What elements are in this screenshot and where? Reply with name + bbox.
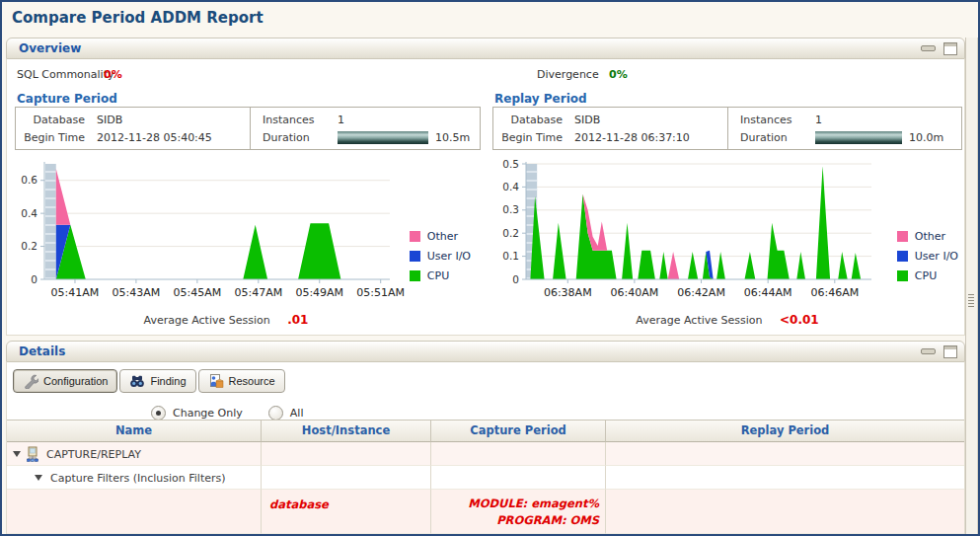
replay-cell (606, 490, 964, 534)
capture-activity-chart: 00.20.40.605:41AM05:43AM05:45AM05:47AM05… (9, 158, 473, 308)
tree-item-capture-filters: Capture Filters (Inclusion Filters) (50, 472, 226, 485)
column-header-name: Name (7, 421, 262, 442)
capture-database-label: Database (22, 114, 85, 126)
svg-text:05:41AM: 05:41AM (51, 286, 100, 299)
series-cpu (56, 223, 390, 279)
replay-avg-session-label: Average Active Session (636, 314, 762, 327)
svg-text:05:43AM: 05:43AM (113, 286, 161, 299)
capture-instances-value: 1 (338, 114, 344, 126)
host-cell (262, 442, 431, 466)
replay-period-heading: Replay Period (494, 92, 587, 106)
replay-database-value: SIDB (574, 114, 600, 126)
sql-commonality-label: SQL Commonality (17, 68, 113, 81)
replay-instances-label: Instances (740, 114, 803, 126)
series-user_io (56, 223, 390, 279)
details-title: Details (19, 345, 65, 358)
restore-icon[interactable] (943, 42, 957, 55)
all-radio[interactable] (268, 406, 283, 421)
details-section: Details Configuration (6, 341, 965, 534)
replay-period-info-box: Database SIDB Begin Time 2012-11-28 06:3… (492, 107, 962, 150)
legend-label-other: Other (427, 230, 458, 243)
legend-swatch-other (897, 231, 908, 242)
replay-begin-time-value: 2012-11-28 06:37:10 (574, 131, 690, 144)
svg-text:0.2: 0.2 (21, 240, 38, 252)
svg-text:06:42AM: 06:42AM (677, 286, 725, 299)
legend-item-user_io: User I/O (410, 250, 471, 263)
replay-instance-cell: Instances 1 Duration 10.0m (728, 108, 961, 149)
tab-resource-label: Resource (229, 375, 275, 387)
svg-text:0: 0 (512, 273, 519, 285)
capture-duration-bar (338, 131, 428, 144)
filter-module-value: MODULE: emagent% (431, 497, 599, 510)
svg-text:0.1: 0.1 (502, 250, 519, 262)
capture-avg-session-value: .01 (287, 313, 308, 327)
capture-begin-time-value: 2012-11-28 05:40:45 (97, 131, 212, 144)
minimize-icon[interactable] (921, 45, 936, 51)
tab-configuration[interactable]: Configuration (13, 369, 117, 393)
series-cpu (530, 166, 861, 279)
legend-swatch-cpu (897, 270, 908, 281)
svg-text:0.4: 0.4 (21, 207, 38, 219)
capture-cell: MODULE: emagent% PROGRAM: OMS (431, 490, 606, 534)
capture-chart-box: 00.20.40.605:41AM05:43AM05:45AM05:47AM05… (9, 158, 473, 308)
minimize-icon[interactable] (921, 348, 936, 354)
name-cell: CAPTURE/REPLAY (7, 442, 262, 466)
details-window-controls (921, 345, 957, 358)
collapse-triangle-icon[interactable] (13, 451, 21, 457)
replay-cell (606, 466, 964, 490)
capture-duration-label: Duration (263, 131, 326, 144)
replay-avg-session-row: Average Active Session <0.01 (510, 313, 944, 327)
tab-resource[interactable]: Resource (198, 369, 285, 393)
replay-chart-box: 00.10.20.30.40.506:38AM06:40AM06:42AM06:… (490, 158, 960, 308)
change-only-label: Change Only (173, 407, 243, 420)
svg-text:05:47AM: 05:47AM (234, 286, 282, 299)
replay-duration-value: 10.0m (909, 131, 943, 144)
svg-text:06:44AM: 06:44AM (744, 286, 792, 299)
svg-text:0.5: 0.5 (502, 158, 519, 170)
details-filter-radios: Change Only All (151, 406, 329, 421)
tab-finding-label: Finding (150, 375, 186, 387)
svg-text:06:46AM: 06:46AM (810, 286, 859, 299)
svg-text:0: 0 (31, 273, 38, 285)
legend-label-cpu: CPU (915, 269, 937, 282)
legend-swatch-other (410, 231, 420, 242)
details-tabs: Configuration Finding (13, 369, 285, 393)
svg-text:0.2: 0.2 (502, 227, 519, 239)
capture-db-cell: Database SIDB Begin Time 2012-11-28 05:4… (16, 108, 251, 149)
legend-label-user_io: User I/O (915, 250, 958, 263)
legend-item-other: Other (897, 230, 958, 243)
overview-title: Overview (19, 41, 81, 55)
replay-chart-legend: OtherUser I/OCPU (897, 230, 958, 282)
tree-item-capture-replay: CAPTURE/REPLAY (46, 448, 141, 461)
tab-configuration-label: Configuration (43, 375, 108, 387)
svg-text:0.6: 0.6 (21, 174, 38, 186)
collapse-triangle-icon[interactable] (35, 475, 42, 481)
legend-swatch-cpu (410, 270, 420, 281)
capture-avg-session-row: Average Active Session .01 (9, 313, 443, 327)
all-label: All (290, 407, 304, 420)
host-cell (262, 466, 431, 490)
column-header-capture-period: Capture Period (431, 421, 606, 442)
compare-period-addm-report-page: Compare Period ADDM Report Overview SQL … (0, 0, 980, 536)
restore-icon[interactable] (943, 345, 957, 358)
capture-period-info-box: Database SIDB Begin Time 2012-11-28 05:4… (15, 107, 481, 150)
replay-duration-bar (815, 131, 902, 144)
tab-finding[interactable]: Finding (119, 369, 195, 393)
overview-section: Overview SQL Commonality 0% Divergence 0… (6, 38, 965, 336)
overview-header: Overview (6, 38, 965, 59)
change-only-radio[interactable] (151, 406, 166, 421)
capture-database-value: SIDB (97, 114, 122, 126)
svg-text:0.3: 0.3 (502, 203, 519, 215)
page-title: Compare Period ADDM Report (12, 9, 264, 27)
replay-avg-session-value: <0.01 (780, 313, 819, 327)
sql-commonality-value: 0% (104, 68, 122, 81)
legend-label-other: Other (915, 230, 945, 243)
replay-database-label: Database (499, 114, 563, 126)
svg-text:0.4: 0.4 (502, 181, 519, 192)
right-panel-splitter[interactable] (965, 38, 978, 534)
column-header-replay-period: Replay Period (606, 421, 964, 442)
overview-body: SQL Commonality 0% Divergence 0% Capture… (6, 59, 965, 336)
svg-text:06:40AM: 06:40AM (611, 286, 659, 299)
table-row-capture-replay: CAPTURE/REPLAY (7, 442, 964, 466)
details-body: Configuration Finding (6, 362, 965, 534)
